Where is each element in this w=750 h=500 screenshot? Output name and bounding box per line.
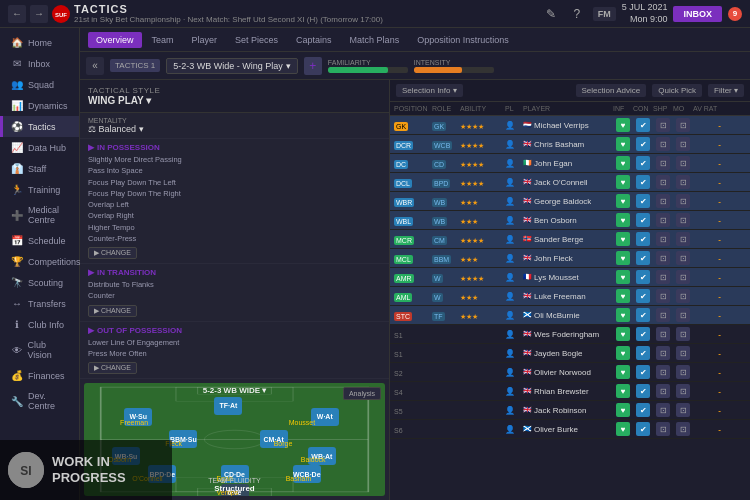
table-row[interactable]: MCL BBM ★★★ 👤 🇬🇧 John Fleck ♥ ✔ ⊡ ⊡ -	[390, 249, 750, 268]
inf-btn[interactable]: ♥	[616, 308, 630, 322]
mo-btn[interactable]: ⊡	[676, 156, 690, 170]
inf-btn[interactable]: ♥	[616, 137, 630, 151]
edit-icon[interactable]: ✎	[541, 4, 561, 24]
con-btn[interactable]: ✔	[636, 384, 650, 398]
player-node-tf[interactable]: TF·At	[214, 397, 242, 415]
mo-btn[interactable]: ⊡	[676, 403, 690, 417]
tactical-style-value[interactable]: WING PLAY ▾	[88, 95, 381, 106]
sidebar-item-transfers[interactable]: ↔Transfers	[0, 293, 79, 314]
table-row[interactable]: DC CD ★★★★ 👤 🇮🇪 John Egan ♥ ✔ ⊡ ⊡ -	[390, 154, 750, 173]
con-btn[interactable]: ✔	[636, 403, 650, 417]
formation-select[interactable]: 5-2-3 WB Wide - Wing Play ▾	[166, 58, 298, 74]
mo-btn[interactable]: ⊡	[676, 118, 690, 132]
sub-tab-player[interactable]: Player	[184, 32, 226, 48]
nav-forward-button[interactable]: →	[30, 5, 48, 23]
con-btn[interactable]: ✔	[636, 175, 650, 189]
sidebar-item-scouting[interactable]: 🔭Scouting	[0, 272, 79, 293]
table-row[interactable]: WBL WB ★★★ 👤 🇬🇧 Ben Osborn ♥ ✔ ⊡ ⊡ -	[390, 211, 750, 230]
inf-btn[interactable]: ♥	[616, 403, 630, 417]
sidebar-item-medical-centre[interactable]: ➕Medical Centre	[0, 200, 79, 230]
shp-btn[interactable]: ⊡	[656, 346, 670, 360]
sub-tab-overview[interactable]: Overview	[88, 32, 142, 48]
add-tactics-button[interactable]: +	[304, 57, 322, 75]
table-row[interactable]: S1 👤 🇬🇧 Wes Foderingham ♥ ✔ ⊡ ⊡ -	[390, 325, 750, 344]
inf-btn[interactable]: ♥	[616, 289, 630, 303]
table-row[interactable]: S5 👤 🇬🇧 Jack Robinson ♥ ✔ ⊡ ⊡ -	[390, 401, 750, 420]
sidebar-item-training[interactable]: 🏃Training	[0, 179, 79, 200]
sidebar-item-dynamics[interactable]: 📊Dynamics	[0, 95, 79, 116]
table-row[interactable]: WBR WB ★★★ 👤 🇬🇧 George Baldock ♥ ✔ ⊡ ⊡ -	[390, 192, 750, 211]
analysis-button[interactable]: Analysis	[343, 387, 381, 400]
shp-btn[interactable]: ⊡	[656, 251, 670, 265]
shp-btn[interactable]: ⊡	[656, 156, 670, 170]
mo-btn[interactable]: ⊡	[676, 327, 690, 341]
mo-btn[interactable]: ⊡	[676, 365, 690, 379]
shp-btn[interactable]: ⊡	[656, 422, 670, 436]
con-btn[interactable]: ✔	[636, 137, 650, 151]
sidebar-item-data-hub[interactable]: 📈Data Hub	[0, 137, 79, 158]
sidebar-item-schedule[interactable]: 📅Schedule	[0, 230, 79, 251]
con-btn[interactable]: ✔	[636, 156, 650, 170]
mo-btn[interactable]: ⊡	[676, 213, 690, 227]
con-btn[interactable]: ✔	[636, 213, 650, 227]
con-btn[interactable]: ✔	[636, 365, 650, 379]
shp-btn[interactable]: ⊡	[656, 232, 670, 246]
mo-btn[interactable]: ⊡	[676, 137, 690, 151]
con-btn[interactable]: ✔	[636, 327, 650, 341]
sidebar-item-dev.-centre[interactable]: 🔧Dev. Centre	[0, 386, 79, 416]
shp-btn[interactable]: ⊡	[656, 403, 670, 417]
table-row[interactable]: S1 👤 🇬🇧 Jayden Bogle ♥ ✔ ⊡ ⊡ -	[390, 344, 750, 363]
con-btn[interactable]: ✔	[636, 422, 650, 436]
shp-btn[interactable]: ⊡	[656, 384, 670, 398]
con-btn[interactable]: ✔	[636, 270, 650, 284]
sub-tab-opposition-instructions[interactable]: Opposition Instructions	[409, 32, 517, 48]
mo-btn[interactable]: ⊡	[676, 270, 690, 284]
shp-btn[interactable]: ⊡	[656, 175, 670, 189]
selection-advice-button[interactable]: Selection Advice	[576, 84, 647, 97]
inbox-button[interactable]: INBOX	[673, 6, 722, 22]
table-row[interactable]: AMR W ★★★★ 👤 🇫🇷 Lys Mousset ♥ ✔ ⊡ ⊡ -	[390, 268, 750, 287]
mo-btn[interactable]: ⊡	[676, 251, 690, 265]
quick-pick-button[interactable]: Quick Pick	[652, 84, 702, 97]
con-btn[interactable]: ✔	[636, 118, 650, 132]
sub-tab-captains[interactable]: Captains	[288, 32, 340, 48]
table-row[interactable]: S4 👤 🇬🇧 Rhian Brewster ♥ ✔ ⊡ ⊡ -	[390, 382, 750, 401]
mentality-value[interactable]: ⚖ Balanced ▾	[88, 124, 381, 134]
inf-btn[interactable]: ♥	[616, 194, 630, 208]
shp-btn[interactable]: ⊡	[656, 365, 670, 379]
filter-button[interactable]: Filter ▾	[708, 84, 744, 97]
pitch-formation-title[interactable]: 5-2-3 WB WIDE ▾	[203, 386, 267, 395]
sidebar-item-tactics[interactable]: ⚽Tactics	[0, 116, 79, 137]
shp-btn[interactable]: ⊡	[656, 327, 670, 341]
nav-back-button[interactable]: ←	[8, 5, 26, 23]
con-btn[interactable]: ✔	[636, 308, 650, 322]
table-row[interactable]: MCR CM ★★★★ 👤 🇳🇴 Sander Berge ♥ ✔ ⊡ ⊡ -	[390, 230, 750, 249]
mo-btn[interactable]: ⊡	[676, 308, 690, 322]
inf-btn[interactable]: ♥	[616, 422, 630, 436]
mo-btn[interactable]: ⊡	[676, 422, 690, 436]
sidebar-item-club-vision[interactable]: 👁Club Vision	[0, 335, 79, 365]
con-btn[interactable]: ✔	[636, 251, 650, 265]
oop-change-btn[interactable]: ▶ CHANGE	[88, 362, 137, 374]
sidebar-item-club-info[interactable]: ℹClub Info	[0, 314, 79, 335]
mo-btn[interactable]: ⊡	[676, 232, 690, 246]
sidebar-item-staff[interactable]: 👔Staff	[0, 158, 79, 179]
inf-btn[interactable]: ♥	[616, 118, 630, 132]
inf-btn[interactable]: ♥	[616, 365, 630, 379]
table-row[interactable]: S6 👤 🏴󠁧󠁢󠁳󠁣󠁴󠁿 Oliver Burke ♥ ✔ ⊡ ⊡ -	[390, 420, 750, 439]
sidebar-item-inbox[interactable]: ✉Inbox	[0, 53, 79, 74]
inf-btn[interactable]: ♥	[616, 384, 630, 398]
shp-btn[interactable]: ⊡	[656, 308, 670, 322]
mo-btn[interactable]: ⊡	[676, 194, 690, 208]
inf-btn[interactable]: ♥	[616, 346, 630, 360]
inf-btn[interactable]: ♥	[616, 327, 630, 341]
table-row[interactable]: DCL BPD ★★★★ 👤 🇬🇧 Jack O'Connell ♥ ✔ ⊡ ⊡…	[390, 173, 750, 192]
sub-tab-team[interactable]: Team	[144, 32, 182, 48]
table-row[interactable]: S2 👤 🇬🇧 Olivier Norwood ♥ ✔ ⊡ ⊡ -	[390, 363, 750, 382]
sidebar-item-competitions[interactable]: 🏆Competitions	[0, 251, 79, 272]
shp-btn[interactable]: ⊡	[656, 270, 670, 284]
tactic-collapse-btn[interactable]: «	[86, 57, 104, 75]
inf-btn[interactable]: ♥	[616, 232, 630, 246]
in-transition-change-btn[interactable]: ▶ CHANGE	[88, 305, 137, 317]
mo-btn[interactable]: ⊡	[676, 289, 690, 303]
